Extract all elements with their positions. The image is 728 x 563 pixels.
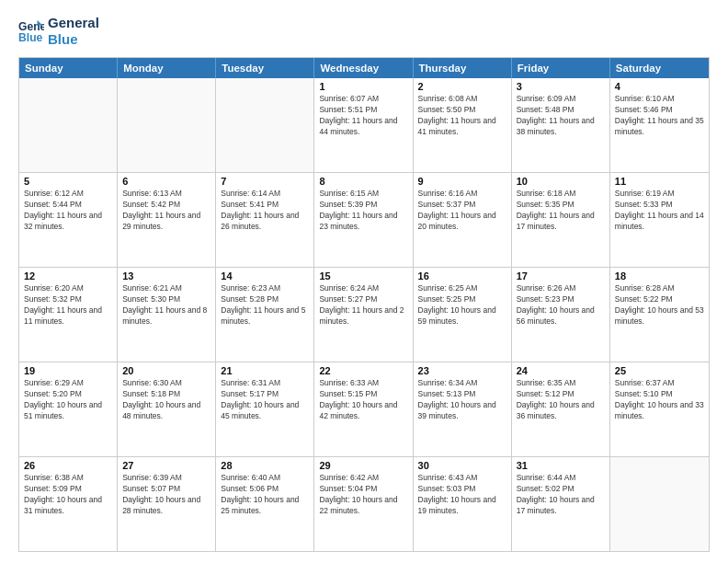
calendar-cell: 8Sunrise: 6:15 AM Sunset: 5:39 PM Daylig… (314, 173, 413, 267)
day-number: 22 (319, 365, 407, 376)
day-number: 12 (24, 270, 112, 282)
calendar-cell: 12Sunrise: 6:20 AM Sunset: 5:32 PM Dayli… (19, 268, 118, 362)
day-info: Sunrise: 6:26 AM Sunset: 5:23 PM Dayligh… (517, 283, 605, 327)
day-info: Sunrise: 6:13 AM Sunset: 5:42 PM Dayligh… (122, 189, 210, 233)
day-info: Sunrise: 6:25 AM Sunset: 5:25 PM Dayligh… (418, 283, 506, 327)
calendar-cell: 28Sunrise: 6:40 AM Sunset: 5:06 PM Dayli… (216, 457, 314, 551)
header-day: Thursday (414, 58, 512, 78)
day-number: 20 (122, 365, 210, 376)
day-number: 21 (221, 365, 309, 376)
day-info: Sunrise: 6:07 AM Sunset: 5:51 PM Dayligh… (319, 94, 407, 138)
day-number: 29 (319, 460, 407, 471)
day-number: 30 (418, 460, 506, 471)
day-number: 14 (221, 270, 309, 282)
day-number: 13 (122, 270, 210, 282)
calendar-cell: 6Sunrise: 6:13 AM Sunset: 5:42 PM Daylig… (118, 173, 216, 267)
day-info: Sunrise: 6:18 AM Sunset: 5:35 PM Dayligh… (517, 189, 605, 233)
calendar-cell: 10Sunrise: 6:18 AM Sunset: 5:35 PM Dayli… (512, 173, 610, 267)
calendar-cell: 29Sunrise: 6:42 AM Sunset: 5:04 PM Dayli… (314, 457, 413, 551)
day-number: 25 (615, 365, 704, 376)
day-info: Sunrise: 6:34 AM Sunset: 5:13 PM Dayligh… (418, 378, 506, 422)
day-info: Sunrise: 6:10 AM Sunset: 5:46 PM Dayligh… (615, 94, 704, 138)
calendar-cell: 7Sunrise: 6:14 AM Sunset: 5:41 PM Daylig… (216, 173, 314, 267)
day-info: Sunrise: 6:42 AM Sunset: 5:04 PM Dayligh… (319, 473, 407, 517)
calendar-cell: 26Sunrise: 6:38 AM Sunset: 5:09 PM Dayli… (19, 457, 118, 551)
day-number: 7 (221, 176, 309, 187)
calendar-cell: 22Sunrise: 6:33 AM Sunset: 5:15 PM Dayli… (314, 362, 413, 456)
header: General Blue General Blue (18, 15, 710, 48)
day-number: 23 (418, 365, 506, 376)
calendar-cell: 17Sunrise: 6:26 AM Sunset: 5:23 PM Dayli… (512, 268, 610, 362)
calendar-cell (610, 457, 709, 551)
svg-text:Blue: Blue (18, 31, 43, 44)
day-info: Sunrise: 6:16 AM Sunset: 5:37 PM Dayligh… (418, 189, 506, 233)
day-number: 6 (122, 176, 210, 187)
calendar-cell: 21Sunrise: 6:31 AM Sunset: 5:17 PM Dayli… (216, 362, 314, 456)
day-info: Sunrise: 6:38 AM Sunset: 5:09 PM Dayligh… (24, 473, 112, 517)
day-number: 26 (24, 460, 112, 471)
day-number: 24 (517, 365, 605, 376)
calendar-cell: 11Sunrise: 6:19 AM Sunset: 5:33 PM Dayli… (610, 173, 709, 267)
day-number: 31 (517, 460, 605, 471)
day-number: 18 (615, 270, 704, 282)
calendar-cell (118, 78, 216, 172)
calendar-cell: 19Sunrise: 6:29 AM Sunset: 5:20 PM Dayli… (19, 362, 118, 456)
day-info: Sunrise: 6:19 AM Sunset: 5:33 PM Dayligh… (615, 189, 704, 233)
day-number: 17 (517, 270, 605, 282)
day-info: Sunrise: 6:08 AM Sunset: 5:50 PM Dayligh… (418, 94, 506, 138)
header-day: Sunday (19, 58, 118, 78)
logo-icon: General Blue (18, 18, 44, 44)
calendar-cell: 24Sunrise: 6:35 AM Sunset: 5:12 PM Dayli… (512, 362, 610, 456)
calendar-cell: 20Sunrise: 6:30 AM Sunset: 5:18 PM Dayli… (118, 362, 216, 456)
calendar-cell: 23Sunrise: 6:34 AM Sunset: 5:13 PM Dayli… (414, 362, 512, 456)
calendar-cell (216, 78, 314, 172)
calendar-cell: 16Sunrise: 6:25 AM Sunset: 5:25 PM Dayli… (414, 268, 512, 362)
header-day: Friday (512, 58, 610, 78)
day-number: 27 (122, 460, 210, 471)
day-info: Sunrise: 6:20 AM Sunset: 5:32 PM Dayligh… (24, 283, 112, 327)
day-number: 4 (615, 81, 704, 92)
calendar-cell (19, 78, 118, 172)
day-info: Sunrise: 6:09 AM Sunset: 5:48 PM Dayligh… (517, 94, 605, 138)
calendar-cell: 13Sunrise: 6:21 AM Sunset: 5:30 PM Dayli… (118, 268, 216, 362)
day-info: Sunrise: 6:31 AM Sunset: 5:17 PM Dayligh… (221, 378, 309, 422)
calendar-cell: 14Sunrise: 6:23 AM Sunset: 5:28 PM Dayli… (216, 268, 314, 362)
header-day: Monday (118, 58, 216, 78)
calendar-cell: 18Sunrise: 6:28 AM Sunset: 5:22 PM Dayli… (610, 268, 709, 362)
calendar-cell: 15Sunrise: 6:24 AM Sunset: 5:27 PM Dayli… (314, 268, 413, 362)
day-number: 11 (615, 176, 704, 187)
page: General Blue General Blue SundayMondayTu… (0, 0, 728, 563)
calendar-row: 26Sunrise: 6:38 AM Sunset: 5:09 PM Dayli… (19, 457, 709, 551)
day-info: Sunrise: 6:24 AM Sunset: 5:27 PM Dayligh… (319, 283, 407, 327)
calendar-cell: 30Sunrise: 6:43 AM Sunset: 5:03 PM Dayli… (414, 457, 512, 551)
day-number: 2 (418, 81, 506, 92)
calendar-cell: 27Sunrise: 6:39 AM Sunset: 5:07 PM Dayli… (118, 457, 216, 551)
day-info: Sunrise: 6:37 AM Sunset: 5:10 PM Dayligh… (615, 378, 704, 422)
header-day: Wednesday (314, 58, 413, 78)
day-number: 15 (319, 270, 407, 282)
day-number: 28 (221, 460, 309, 471)
day-info: Sunrise: 6:39 AM Sunset: 5:07 PM Dayligh… (122, 473, 210, 517)
day-number: 8 (319, 176, 407, 187)
day-number: 16 (418, 270, 506, 282)
calendar-body: 1Sunrise: 6:07 AM Sunset: 5:51 PM Daylig… (19, 78, 709, 551)
day-number: 19 (24, 365, 112, 376)
header-day: Saturday (610, 58, 709, 78)
calendar-cell: 2Sunrise: 6:08 AM Sunset: 5:50 PM Daylig… (414, 78, 512, 172)
day-info: Sunrise: 6:28 AM Sunset: 5:22 PM Dayligh… (615, 283, 704, 327)
calendar-row: 5Sunrise: 6:12 AM Sunset: 5:44 PM Daylig… (19, 173, 709, 268)
day-info: Sunrise: 6:15 AM Sunset: 5:39 PM Dayligh… (319, 189, 407, 233)
day-info: Sunrise: 6:23 AM Sunset: 5:28 PM Dayligh… (221, 283, 309, 327)
calendar-cell: 5Sunrise: 6:12 AM Sunset: 5:44 PM Daylig… (19, 173, 118, 267)
calendar-header: SundayMondayTuesdayWednesdayThursdayFrid… (19, 58, 709, 78)
calendar-cell: 31Sunrise: 6:44 AM Sunset: 5:02 PM Dayli… (512, 457, 610, 551)
calendar-cell: 25Sunrise: 6:37 AM Sunset: 5:10 PM Dayli… (610, 362, 709, 456)
calendar: SundayMondayTuesdayWednesdayThursdayFrid… (18, 57, 710, 552)
day-number: 9 (418, 176, 506, 187)
day-info: Sunrise: 6:35 AM Sunset: 5:12 PM Dayligh… (517, 378, 605, 422)
calendar-row: 19Sunrise: 6:29 AM Sunset: 5:20 PM Dayli… (19, 362, 709, 457)
day-info: Sunrise: 6:12 AM Sunset: 5:44 PM Dayligh… (24, 189, 112, 233)
day-number: 5 (24, 176, 112, 187)
calendar-cell: 9Sunrise: 6:16 AM Sunset: 5:37 PM Daylig… (414, 173, 512, 267)
day-info: Sunrise: 6:43 AM Sunset: 5:03 PM Dayligh… (418, 473, 506, 517)
